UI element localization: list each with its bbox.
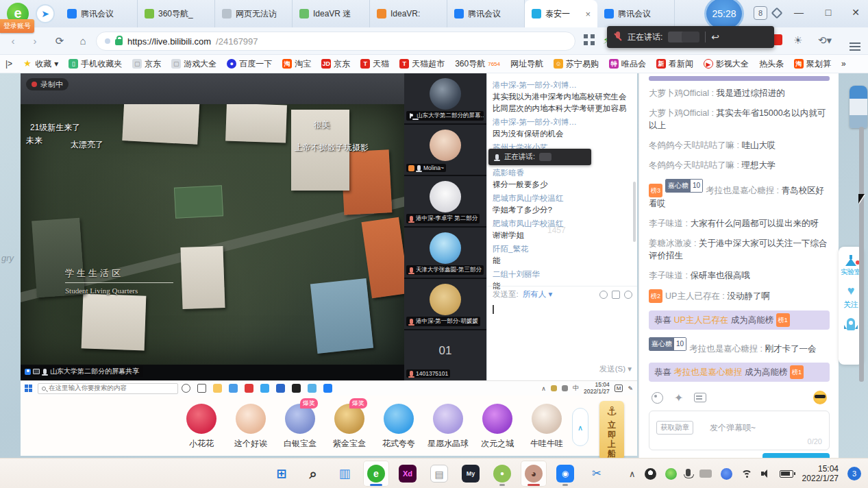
gift-紫金宝盒[interactable]: 爆奖紫金宝盒 — [325, 404, 374, 450]
bookmark-聚划算[interactable]: 淘聚划算 — [794, 58, 831, 70]
taskbar-app-task-view[interactable]: ▥ — [332, 461, 358, 487]
taskbar-app-search[interactable]: ⌕ — [300, 461, 326, 487]
notification-badge[interactable]: 3 — [847, 467, 861, 480]
meeting-chat-log[interactable]: 港中深-第一部分-刘博…其实我以为港中深考内地高校研究生会比同层次的内地本科大学… — [487, 75, 632, 295]
phone-icon[interactable] — [260, 384, 269, 393]
screenshot-icon[interactable] — [612, 291, 620, 299]
bookmark-天猫超市[interactable]: T天猫超市 — [399, 58, 445, 70]
url-path[interactable]: /24167997 — [216, 36, 258, 47]
danmaku-style-icon[interactable] — [652, 392, 663, 404]
participant-tile[interactable]: 天津大学张鑫圆-第三部分 — [404, 228, 486, 278]
url-domain[interactable]: https://live.bilibili.com — [127, 36, 211, 47]
tab-count-box[interactable]: 8 — [754, 6, 767, 20]
participant-tile[interactable]: 山东大学第二部分的屏幕… — [404, 73, 486, 123]
maximize-button[interactable]: □ — [814, 0, 843, 25]
taskbar-app-green-app[interactable]: ● — [489, 461, 515, 487]
bookmark-京东[interactable]: ▢京东 — [132, 58, 161, 70]
return-to-meeting-icon[interactable]: ↩ — [711, 32, 719, 42]
home-button[interactable]: ⌂ — [74, 33, 92, 49]
taskbar-app-notepad[interactable]: ▤ — [426, 461, 452, 487]
tab-腾讯会议[interactable]: 腾讯会议 — [597, 0, 675, 27]
bookmark-影视大全[interactable]: ▶影视大全 — [704, 58, 749, 70]
close-button[interactable]: ✕ — [841, 0, 868, 25]
folder-icon[interactable] — [213, 384, 222, 393]
bookmark-看新闻[interactable]: 新看新闻 — [656, 58, 693, 70]
menu-icon[interactable] — [850, 42, 860, 44]
bookmark-淘宝[interactable]: 淘淘宝 — [282, 58, 311, 70]
bookmark-手机收藏夹[interactable]: ▯手机收藏夹 — [69, 58, 122, 70]
bookmark-天猫[interactable]: T天猫 — [360, 58, 389, 70]
site-info-icon[interactable] — [105, 38, 110, 44]
gift-花式夸夸[interactable]: 花式夸夸 — [374, 404, 423, 450]
gamepad-icon[interactable] — [699, 469, 712, 478]
tab-360导航_[interactable]: 360导航_ — [138, 0, 215, 27]
bookmark-京东[interactable]: JD京东 — [321, 58, 350, 70]
brightness-icon[interactable]: ☀ — [793, 34, 802, 47]
bookmark-收藏[interactable]: ★收藏▾ — [23, 58, 58, 70]
bookmark-360导航[interactable]: 360导航7654 — [455, 58, 500, 70]
send-to-select[interactable]: 所有人 ▾ — [523, 289, 552, 300]
bookmark-唯品会[interactable]: 特唯品会 — [609, 58, 646, 70]
bookmark-百度一下[interactable]: ●百度一下 — [227, 58, 272, 70]
page-scrollbar[interactable] — [859, 127, 864, 382]
tab-泰安一[interactable]: 泰安一× — [525, 0, 597, 27]
forward-button[interactable]: › — [26, 33, 44, 49]
meeting-chat-scrollbar[interactable] — [633, 182, 636, 242]
bookmark-游戏大全[interactable]: ▢游戏大全 — [171, 58, 216, 70]
tab-腾讯会议[interactable]: 腾讯会议 — [60, 0, 138, 27]
bookmarks-expand-icon[interactable]: |> — [5, 59, 12, 69]
cortana-icon[interactable] — [182, 384, 190, 393]
gift-白银宝盒[interactable]: 爆奖白银宝盒 — [275, 404, 325, 450]
live-chat-log[interactable]: 大萝卜鸡Official : 我是通过综招进的大萝卜鸡Official : 其实… — [639, 84, 839, 392]
participant-tile[interactable]: 011401375101 — [404, 330, 486, 380]
qr-code-icon[interactable] — [584, 34, 595, 45]
tab-IdeaVR 迷[interactable]: IdeaVR 迷 — [293, 0, 370, 27]
participant-tile[interactable]: 港中深-第一部分-胡媛媛 — [404, 279, 486, 329]
rocket-icon[interactable] — [847, 318, 855, 330]
chat-scroll-indicator[interactable] — [649, 76, 830, 81]
login-account-badge[interactable]: 登录账号 — [0, 19, 34, 33]
participant-tile[interactable]: 港中深-李卓宇 第二部分 — [404, 176, 486, 226]
taskbar-app-start[interactable]: ⊞ — [269, 461, 295, 487]
address-bar[interactable]: https://live.bilibili.com/24167997 — [96, 32, 575, 51]
gift-次元之城[interactable]: 次元之城 — [473, 404, 522, 450]
gift-小花花[interactable]: 小花花 — [177, 404, 226, 450]
meeting-assist-icon[interactable] — [721, 468, 732, 480]
taskbar-app-360-browser[interactable]: e — [363, 461, 389, 487]
taskbar-app-snip-tool[interactable]: ✂ — [584, 461, 610, 487]
wifi-icon[interactable] — [741, 470, 752, 478]
speaking-toast[interactable]: 正在讲话: ↩ — [607, 26, 774, 48]
settings-icon[interactable] — [292, 384, 301, 393]
danmaku-send-button[interactable] — [762, 453, 830, 458]
taskbar-clock[interactable]: 15:042022/1/27 — [802, 464, 839, 483]
guard-boat-button[interactable]: ⚓ 立即上船 — [599, 401, 624, 458]
emoji-icon[interactable] — [599, 291, 608, 299]
taskbar-app-tencent-meeting[interactable]: ◉ — [552, 461, 578, 487]
qq-icon[interactable] — [645, 468, 656, 480]
back-button[interactable]: ‹ — [4, 33, 22, 49]
refresh-button[interactable]: ⟳ — [51, 33, 69, 49]
quick-launch-icon[interactable]: ➤ — [36, 4, 55, 23]
tab-IdeaVR:[interactable]: IdeaVR: — [370, 0, 447, 27]
get-medal-button[interactable]: 获取勋章 — [656, 421, 693, 435]
bookmark-热头条[interactable]: 热头条 — [759, 58, 784, 70]
emoji-sunglasses-icon[interactable] — [813, 391, 827, 404]
collect-icon[interactable] — [771, 8, 783, 19]
participant-tile[interactable]: Molina~ — [404, 125, 486, 175]
tab-网页无法访[interactable]: 网页无法访 — [215, 0, 293, 27]
meeting-icon[interactable] — [323, 384, 332, 393]
meeting-chat-input[interactable] — [487, 302, 637, 364]
minimize-button[interactable]: — — [784, 0, 813, 25]
bookmark-网址导航[interactable]: 网址导航 — [510, 58, 543, 70]
mail-icon[interactable] — [229, 384, 238, 393]
music-icon[interactable] — [245, 384, 253, 393]
mention-icon[interactable] — [624, 291, 632, 299]
mic-icon[interactable] — [686, 469, 691, 476]
live-video-player[interactable]: 录制中 学生生活区 Student Living Quarters 21级新生来… — [21, 73, 637, 395]
danmaku-input-box[interactable]: 获取勋章 发个弹幕呗~ 0/20 — [649, 411, 830, 450]
meeting-send-button[interactable]: 发送(S) ▾ — [599, 364, 632, 374]
restore-session-icon[interactable]: ⟲▾ — [818, 34, 832, 47]
gift-panel-expand-button[interactable]: ∧ — [572, 408, 588, 446]
taskbar-app-mysql[interactable]: My — [458, 461, 484, 487]
taskbar-app-contacts-app[interactable]: ◕ — [521, 461, 547, 487]
